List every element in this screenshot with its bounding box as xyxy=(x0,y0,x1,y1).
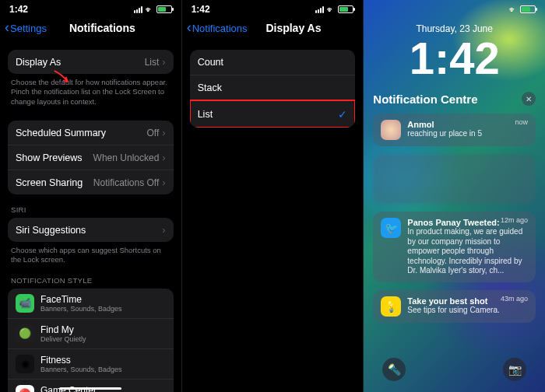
row-label: Siri Suggestions xyxy=(16,225,86,236)
screen-sharing-row[interactable]: Screen Sharing Notifications Off› xyxy=(8,170,174,194)
footer-text: Choose which apps can suggest Shortcuts … xyxy=(0,242,181,265)
annotation-arrow xyxy=(53,68,73,86)
wifi-icon: ᯤ xyxy=(509,5,517,14)
flashlight-button[interactable]: 🔦 xyxy=(382,358,406,381)
status-bar: 1:42 ᯤ xyxy=(182,0,364,17)
app-row-fitness[interactable]: ◉ FitnessBanners, Sounds, Badges xyxy=(8,348,174,379)
option-stack[interactable]: Stack xyxy=(190,75,356,100)
camera-button[interactable]: 📷 xyxy=(503,358,526,381)
app-row-facetime[interactable]: 📹 FaceTimeBanners, Sounds, Badges xyxy=(8,289,174,318)
findmy-icon: 🟢 xyxy=(16,324,34,343)
tips-icon: 💡 xyxy=(381,296,401,317)
battery-icon xyxy=(520,5,536,13)
close-icon: ✕ xyxy=(526,95,532,103)
notification-twitter[interactable]: 🐦 Panos Panay Tweeted: In product making… xyxy=(373,212,536,282)
twitter-icon: 🐦 xyxy=(381,218,401,238)
option-label: Count xyxy=(198,57,223,68)
screen-notification-centre: ᯤ Thursday, 23 June 1:42 Notification Ce… xyxy=(364,0,545,392)
avatar-icon xyxy=(381,120,401,140)
footer-text: Choose the default for how notifications… xyxy=(0,74,181,107)
chevron-left-icon: ‹ xyxy=(187,20,192,34)
checkmark-icon: ✓ xyxy=(338,108,347,121)
status-bar: 1:42 ᯤ xyxy=(0,0,181,17)
flashlight-icon: 🔦 xyxy=(388,363,401,376)
chevron-right-icon: › xyxy=(162,152,165,163)
chevron-right-icon: › xyxy=(162,56,165,68)
section-header-siri: SIRI xyxy=(0,194,181,218)
wifi-icon: ᯤ xyxy=(146,5,153,14)
notification-title: Anmol xyxy=(407,120,528,129)
lockscreen-time: 1:42 xyxy=(364,36,545,81)
camera-icon: 📷 xyxy=(508,363,522,376)
nav-bar: ‹ Notifications Display As xyxy=(182,17,364,39)
row-label: Scheduled Summary xyxy=(16,128,106,138)
option-list[interactable]: List ✓ xyxy=(190,100,356,128)
home-indicator[interactable] xyxy=(59,387,121,390)
row-value: When Unlocked xyxy=(93,152,160,163)
chevron-right-icon: › xyxy=(162,224,165,236)
notification-centre-title: Notification Centre xyxy=(373,93,477,106)
signal-icon xyxy=(315,6,324,13)
chevron-right-icon: › xyxy=(162,177,165,188)
nav-bar: ‹ Settings Notifications xyxy=(0,17,181,39)
status-time: 1:42 xyxy=(192,4,210,15)
chevron-right-icon: › xyxy=(162,127,165,138)
notification-tips[interactable]: 💡 Take your best shot See tips for using… xyxy=(373,290,536,323)
notification-time: 12m ago xyxy=(501,216,528,224)
signal-icon xyxy=(134,6,142,13)
scheduled-summary-row[interactable]: Scheduled Summary Off› xyxy=(8,121,174,145)
app-sub: Deliver Quietly xyxy=(40,335,86,343)
row-label: Screen Sharing xyxy=(16,177,83,188)
notification-body: See tips for using Camera. xyxy=(407,306,528,316)
gamecenter-icon: 🔴 xyxy=(16,385,34,392)
notification-body: reaching ur place in 5 xyxy=(407,129,528,139)
siri-suggestions-row[interactable]: Siri Suggestions › xyxy=(8,218,174,242)
status-bar: ᯤ xyxy=(364,0,545,17)
display-as-row[interactable]: Display As List› xyxy=(8,50,174,74)
app-name: FaceTime xyxy=(40,294,122,305)
row-label: Display As xyxy=(16,57,61,68)
screen-display-as: 1:42 ᯤ ‹ Notifications Display As Count … xyxy=(182,0,364,392)
page-title: Notifications xyxy=(37,22,167,34)
row-value: List xyxy=(145,57,160,68)
notification-body: In product making, we are guided by our … xyxy=(407,227,528,276)
row-value: Off xyxy=(147,128,160,138)
notification-anmol[interactable]: Anmol reaching ur place in 5 now xyxy=(373,114,536,146)
app-sub: Banners, Sounds, Badges xyxy=(40,366,122,373)
app-sub: Banners, Sounds, Badges xyxy=(40,305,122,313)
option-label: List xyxy=(198,109,213,120)
option-count[interactable]: Count xyxy=(190,50,356,75)
row-label: Show Previews xyxy=(16,152,82,163)
battery-icon xyxy=(156,5,172,13)
option-label: Stack xyxy=(198,82,222,93)
app-row-findmy[interactable]: 🟢 Find MyDeliver Quietly xyxy=(8,318,174,348)
show-previews-row[interactable]: Show Previews When Unlocked› xyxy=(8,145,174,170)
row-value: Notifications Off xyxy=(93,177,159,188)
facetime-icon: 📹 xyxy=(16,294,34,313)
close-notification-centre-button[interactable]: ✕ xyxy=(522,92,536,106)
notification-time: 43m ago xyxy=(501,295,528,303)
page-title: Display As xyxy=(237,22,349,34)
app-row-gamecenter[interactable]: 🔴 Game CenterBanners, Sounds, Badges xyxy=(8,379,174,392)
notification-placeholder[interactable] xyxy=(373,154,536,204)
notification-time: now xyxy=(515,118,529,126)
screen-notifications-settings: 1:42 ᯤ ‹ Settings Notifications Display … xyxy=(0,0,182,392)
chevron-left-icon: ‹ xyxy=(5,20,9,34)
app-name: Fitness xyxy=(40,355,122,366)
app-name: Find My xyxy=(40,324,86,335)
status-time: 1:42 xyxy=(9,4,28,15)
fitness-icon: ◉ xyxy=(16,355,34,373)
section-header-notification-style: NOTIFICATION STYLE xyxy=(0,265,181,289)
battery-icon xyxy=(338,5,353,13)
wifi-icon: ᯤ xyxy=(327,5,335,14)
